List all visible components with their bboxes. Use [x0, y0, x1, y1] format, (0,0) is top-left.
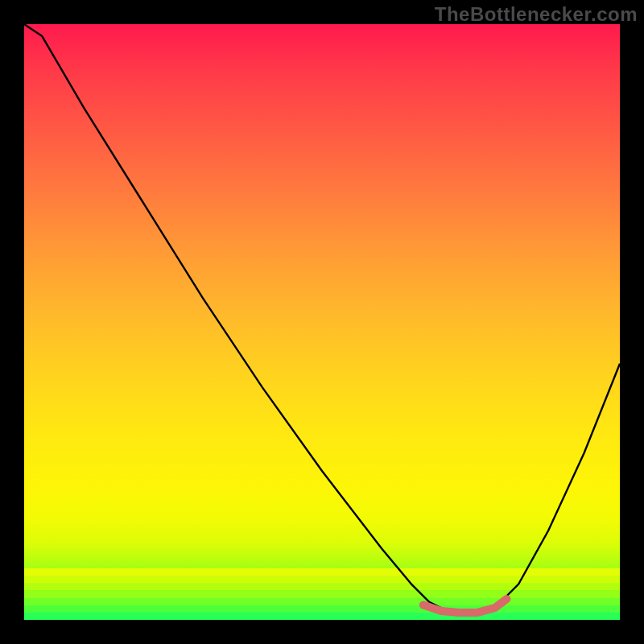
- bottleneck-curve-path: [24, 24, 620, 614]
- chart-frame: TheBottlenecker.com: [0, 0, 644, 644]
- optimal-band-path: [423, 599, 507, 613]
- curve-layer: [24, 24, 620, 620]
- watermark-text: TheBottlenecker.com: [435, 3, 638, 26]
- plot-area: [24, 24, 620, 620]
